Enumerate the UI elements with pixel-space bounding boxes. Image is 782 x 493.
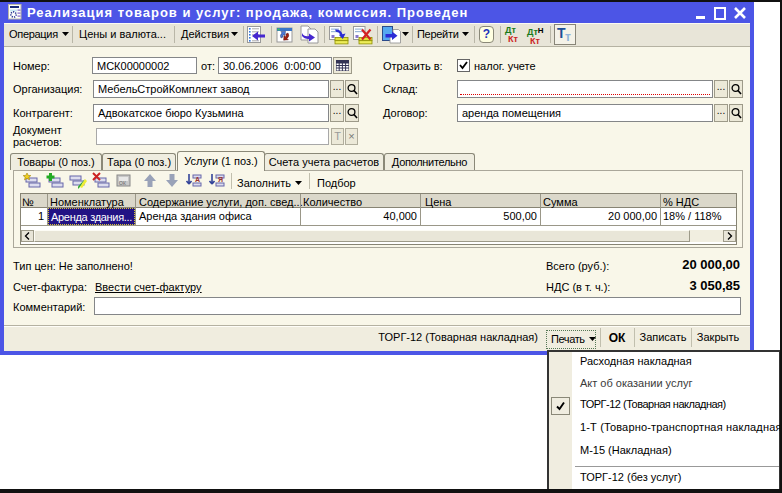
svg-text:ОК: ОК xyxy=(119,180,126,186)
svg-text:А: А xyxy=(195,176,200,183)
svg-text:Я: Я xyxy=(218,176,223,183)
